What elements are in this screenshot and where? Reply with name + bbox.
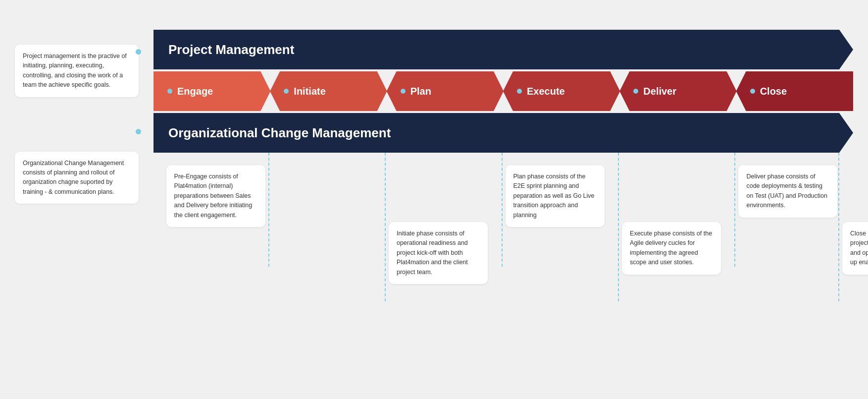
close-dot xyxy=(750,89,755,94)
phase-initiate: Initiate xyxy=(270,71,387,111)
execute-dot xyxy=(517,89,522,94)
initiate-dot xyxy=(284,89,289,94)
ocm-connector-dot xyxy=(136,129,141,134)
ocm-banner: Organizational Change Management xyxy=(153,113,853,153)
tooltips-section: Pre-Engage consists of Plat4mation (inte… xyxy=(153,153,853,321)
close-vline xyxy=(838,153,839,301)
engage-vline xyxy=(268,153,269,267)
deliver-tooltip-text: Deliver phase consists of code deploymen… xyxy=(746,173,827,209)
initiate-label: Initiate xyxy=(294,86,325,97)
close-label: Close xyxy=(760,86,787,97)
engage-dot xyxy=(167,89,172,94)
pm-title: Project Management xyxy=(153,42,294,57)
pm-annotation-box: Project management is the practive of in… xyxy=(15,45,139,97)
plan-vline xyxy=(502,153,503,267)
plan-tooltip-text: Plan phase consists of the E2E sprint pl… xyxy=(513,173,595,219)
execute-tooltip-text: Execute phase consists of the Agile deli… xyxy=(630,230,712,266)
deliver-label: Deliver xyxy=(643,86,676,97)
engage-tooltip: Pre-Engage consists of Plat4mation (inte… xyxy=(166,165,265,227)
execute-label: Execute xyxy=(527,86,565,97)
plan-dot xyxy=(401,89,406,94)
left-annotations: Project management is the practive of in… xyxy=(15,45,139,204)
execute-vline xyxy=(618,153,619,301)
engage-label: Engage xyxy=(177,86,213,97)
ocm-annotation-box: Organizational Change Management consist… xyxy=(15,152,139,204)
engage-tooltip-text: Pre-Engage consists of Plat4mation (inte… xyxy=(174,173,253,219)
phase-deliver: Deliver xyxy=(619,71,736,111)
execute-tooltip: Execute phase consists of the Agile deli… xyxy=(622,222,721,275)
initiate-tooltip: Initiate phase consists of operational r… xyxy=(389,222,488,284)
ocm-annotation-text: Organizational Change Management consist… xyxy=(23,160,124,195)
close-tooltip: Close phase consist of formal project cl… xyxy=(842,222,868,275)
deliver-dot xyxy=(633,89,638,94)
main-container: Project management is the practive of in… xyxy=(0,0,868,399)
pm-annotation-text: Project management is the practive of in… xyxy=(23,53,127,88)
phase-execute: Execute xyxy=(503,71,620,111)
phases-row: Engage Initiate Plan Execute Deliver xyxy=(153,71,853,111)
pm-connector-dot xyxy=(136,49,141,55)
pm-banner: Project Management xyxy=(153,30,853,69)
deliver-tooltip: Deliver phase consists of code deploymen… xyxy=(738,165,837,218)
initiate-vline xyxy=(385,153,386,301)
diagram-area: Project Management Engage Initiate Plan xyxy=(153,30,853,321)
phase-plan: Plan xyxy=(387,71,504,111)
phase-close: Close xyxy=(736,71,853,111)
ocm-title: Organizational Change Management xyxy=(153,125,391,141)
close-tooltip-text: Close phase consist of formal project cl… xyxy=(850,230,868,266)
plan-tooltip: Plan phase consists of the E2E sprint pl… xyxy=(506,165,605,227)
phase-engage: Engage xyxy=(153,71,270,111)
initiate-tooltip-text: Initiate phase consists of operational r… xyxy=(397,230,468,276)
deliver-vline xyxy=(734,153,735,267)
plan-label: Plan xyxy=(410,86,431,97)
